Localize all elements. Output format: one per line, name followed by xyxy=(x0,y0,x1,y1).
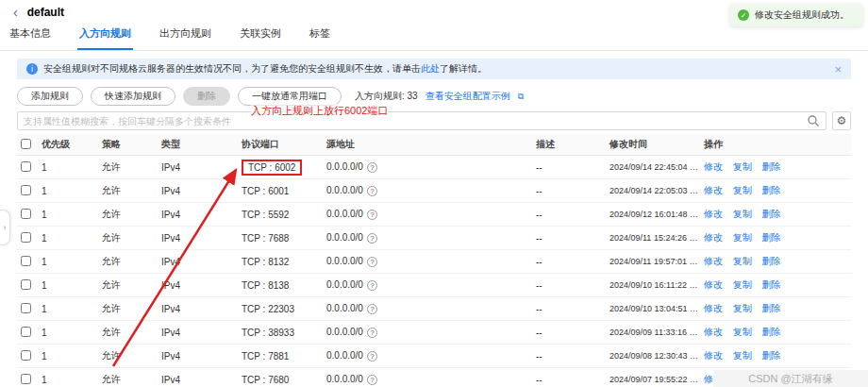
modify-link[interactable]: 修改 xyxy=(704,185,723,195)
type-cell: IPv4 xyxy=(158,203,238,227)
delete-link[interactable]: 删除 xyxy=(762,327,781,337)
row-checkbox[interactable] xyxy=(21,256,31,266)
source-cell: 0.0.0.0/0? xyxy=(323,250,532,274)
help-icon[interactable]: ? xyxy=(367,210,377,220)
tab-tags[interactable]: 标签 xyxy=(308,26,332,50)
source-cell: 0.0.0.0/0? xyxy=(323,368,532,387)
protocol-port-cell: TCP : 5592 xyxy=(242,210,289,220)
help-icon[interactable]: ? xyxy=(367,280,377,291)
search-box xyxy=(17,111,826,130)
delete-link[interactable]: 删除 xyxy=(762,303,781,313)
modify-link[interactable]: 修改 xyxy=(704,350,723,361)
open-common-ports-button[interactable]: 一键放通常用端口 xyxy=(238,87,342,106)
help-icon[interactable]: ? xyxy=(367,257,377,267)
back-icon[interactable]: ‹ xyxy=(13,6,18,19)
table-row: 1 允许 IPv4 TCP : 5592 0.0.0.0/0? -- 2024/… xyxy=(17,203,851,227)
policy-cell: 允许 xyxy=(98,368,158,387)
config-example-link[interactable]: 查看安全组配置示例 xyxy=(426,90,510,103)
row-checkbox[interactable] xyxy=(21,374,31,384)
toast-message: 修改安全组规则成功。 xyxy=(755,8,849,22)
table-header-row: 优先级 策略 类型 协议端口 源地址 描述 修改时间 操作 xyxy=(17,134,851,156)
help-icon[interactable]: ? xyxy=(367,375,377,385)
tab-outbound-rules[interactable]: 出方向规则 xyxy=(158,26,213,50)
delete-link[interactable]: 删除 xyxy=(762,279,781,290)
banner-detail-link[interactable]: 此处 xyxy=(421,63,440,74)
protocol-port-cell: TCP : 6001 xyxy=(242,186,289,196)
row-checkbox[interactable] xyxy=(21,303,31,313)
copy-link[interactable]: 复制 xyxy=(733,256,752,266)
close-icon[interactable]: × xyxy=(834,63,842,76)
select-all-checkbox[interactable] xyxy=(21,139,31,149)
delete-link[interactable]: 删除 xyxy=(762,209,781,219)
modify-link[interactable]: 修改 xyxy=(704,209,723,219)
help-icon[interactable]: ? xyxy=(367,186,377,196)
copy-link[interactable]: 复制 xyxy=(733,232,752,243)
operation-cell: 修改 复制 删除 xyxy=(700,250,851,274)
tab-inbound-rules[interactable]: 入方向规则 xyxy=(77,26,133,50)
copy-link[interactable]: 复制 xyxy=(733,161,752,172)
copy-link[interactable]: 复制 xyxy=(733,350,752,361)
priority-cell: 1 xyxy=(38,227,98,250)
row-checkbox[interactable] xyxy=(21,185,31,195)
copy-link[interactable]: 复制 xyxy=(733,303,752,313)
modified-time-cell: 2024/09/12 16:01:48 … xyxy=(606,203,700,227)
toast-success: ✓ 修改安全组规则成功。 xyxy=(730,4,862,26)
copy-link[interactable]: 复制 xyxy=(733,185,752,195)
modify-link[interactable]: 修改 xyxy=(704,256,723,266)
panel-expander[interactable]: › xyxy=(0,210,10,245)
help-icon[interactable]: ? xyxy=(367,351,377,362)
operation-cell: 修改 复制 删除 xyxy=(700,227,851,250)
copy-link[interactable]: 复制 xyxy=(733,279,752,290)
quick-add-rule-button[interactable]: 快速添加规则 xyxy=(91,87,175,106)
priority-cell: 1 xyxy=(38,274,98,297)
tab-associated-instances[interactable]: 关联实例 xyxy=(238,26,283,50)
policy-cell: 允许 xyxy=(98,227,158,250)
row-checkbox[interactable] xyxy=(21,327,31,337)
delete-link[interactable]: 删除 xyxy=(762,350,781,361)
gear-icon[interactable]: ⚙ xyxy=(832,111,851,130)
type-cell: IPv4 xyxy=(158,321,238,345)
modify-link[interactable]: 修改 xyxy=(704,232,723,243)
delete-link[interactable]: 删除 xyxy=(762,185,781,195)
source-cell: 0.0.0.0/0? xyxy=(323,274,532,297)
policy-cell: 允许 xyxy=(98,156,158,179)
copy-link[interactable]: 复制 xyxy=(733,327,752,337)
source-cell: 0.0.0.0/0? xyxy=(323,321,532,345)
modify-link[interactable]: 修改 xyxy=(704,327,723,337)
modified-time-cell: 2024/09/10 16:11:22 … xyxy=(606,274,700,297)
help-icon[interactable]: ? xyxy=(367,328,377,338)
operation-cell: 修改 复制 删除 xyxy=(700,179,851,203)
col-operation: 操作 xyxy=(700,134,851,156)
row-checkbox[interactable] xyxy=(21,350,31,361)
delete-button[interactable]: 删除 xyxy=(183,87,230,106)
add-rule-button[interactable]: 添加规则 xyxy=(17,87,83,106)
tab-basic-info[interactable]: 基本信息 xyxy=(8,26,53,50)
watermark: CSDN @江湖有缘 xyxy=(713,370,868,387)
row-checkbox[interactable] xyxy=(21,209,31,219)
delete-link[interactable]: 删除 xyxy=(762,232,781,243)
help-icon[interactable]: ? xyxy=(367,162,377,173)
row-checkbox[interactable] xyxy=(21,161,31,172)
operation-cell: 修改 复制 删除 xyxy=(700,297,851,321)
search-icon[interactable] xyxy=(807,114,820,127)
operation-cell: 修改 复制 删除 xyxy=(700,321,851,345)
priority-cell: 1 xyxy=(38,250,98,274)
source-cell: 0.0.0.0/0? xyxy=(323,297,532,321)
modify-link[interactable]: 修改 xyxy=(704,279,723,290)
type-cell: IPv4 xyxy=(158,250,238,274)
modify-link[interactable]: 修改 xyxy=(704,303,723,313)
delete-link[interactable]: 删除 xyxy=(762,256,781,266)
search-input[interactable] xyxy=(24,116,807,126)
col-type: 类型 xyxy=(158,134,238,156)
delete-link[interactable]: 删除 xyxy=(762,161,781,172)
modify-link[interactable]: 修改 xyxy=(704,161,723,172)
copy-link[interactable]: 复制 xyxy=(733,209,752,219)
operation-cell: 修改 复制 删除 xyxy=(700,156,851,179)
type-cell: IPv4 xyxy=(158,227,238,250)
row-checkbox[interactable] xyxy=(21,232,31,243)
help-icon[interactable]: ? xyxy=(367,304,377,314)
rules-table: 优先级 策略 类型 协议端口 源地址 描述 修改时间 操作 1 允许 IPv4 … xyxy=(17,134,851,387)
table-row: 1 允许 IPv4 TCP : 6001 0.0.0.0/0? -- 2024/… xyxy=(17,179,851,203)
help-icon[interactable]: ? xyxy=(367,233,377,244)
row-checkbox[interactable] xyxy=(21,279,31,290)
